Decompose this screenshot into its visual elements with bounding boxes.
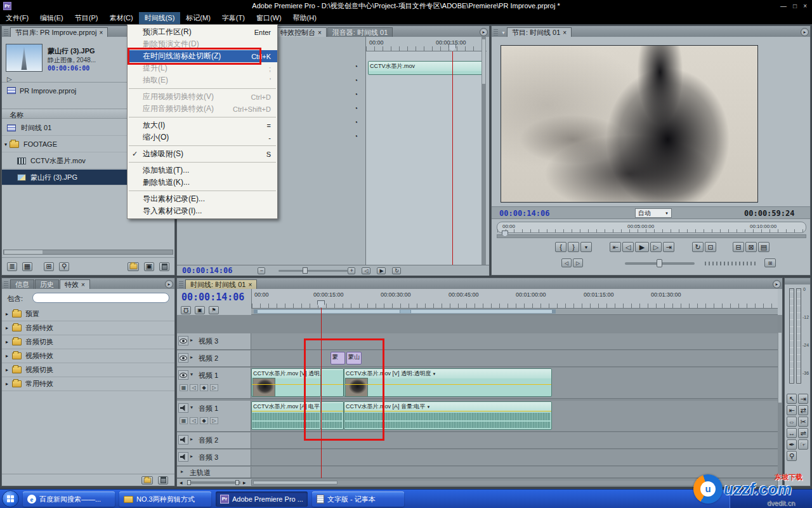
shuttle-slider[interactable]	[625, 262, 695, 265]
lift-icon[interactable]: ⊟	[733, 242, 744, 252]
zoom-slider[interactable]	[278, 270, 348, 272]
zoom-out-icon[interactable]: −	[258, 267, 265, 274]
menu-window[interactable]: 窗口(W)	[251, 12, 287, 24]
list-view-icon[interactable]: ≣	[7, 262, 17, 271]
menu-clip[interactable]: 素材(C)	[103, 12, 138, 24]
fx-dropdown-icon[interactable]: ▼	[427, 405, 431, 409]
menu-project[interactable]: 节目(P)	[69, 12, 104, 24]
program-ruler[interactable]: 00:00 00:05:00:00 00:10:00:00	[497, 222, 806, 233]
clip-v2-2[interactable]: 蒙山	[346, 352, 362, 364]
track-header-master[interactable]: ▸ 主轨道	[177, 467, 251, 478]
new-custom-bin-icon[interactable]	[141, 476, 153, 485]
trim-icon[interactable]: ⊞	[764, 258, 776, 267]
timeline-ruler[interactable]: 00:00 00:00:15:00 00:00:30:00 00:00:45:0…	[251, 289, 778, 309]
fx-dropdown-icon[interactable]: ▼	[433, 372, 436, 376]
zoom-out-icon[interactable]: ◂	[180, 479, 183, 486]
track-header-video-3[interactable]: ▸ 视频 3	[177, 333, 251, 350]
panel-menu-icon[interactable]: ▸	[165, 280, 173, 288]
tab-close-icon[interactable]: ×	[81, 281, 85, 288]
expand-closed-icon[interactable]: ▸	[6, 353, 8, 359]
zoom-in-icon[interactable]: +	[348, 267, 355, 274]
ripple-edit-tool-icon[interactable]: ⇤	[787, 405, 797, 415]
track-content-audio-2[interactable]	[251, 432, 778, 449]
loop-icon[interactable]: ↻	[692, 242, 704, 252]
program-scrollbar[interactable]	[497, 234, 806, 238]
panel-menu-icon[interactable]: ▸	[773, 280, 781, 288]
icon-view-icon[interactable]: ▦	[22, 262, 32, 271]
timeline-vscrollbar[interactable]	[778, 315, 782, 478]
track-content-video-2[interactable]: 蒙 蒙山	[251, 351, 778, 367]
panel-dropdown-icon[interactable]: ▼	[501, 30, 506, 35]
razor-tool-icon[interactable]: ✂	[798, 417, 808, 427]
play-icon[interactable]: ▶	[377, 267, 386, 274]
restore-icon[interactable]: □	[793, 3, 797, 10]
menu-item-zoom-out[interactable]: 缩小(O)-	[128, 131, 277, 144]
expand-open-icon[interactable]: ▾	[190, 371, 193, 377]
next-keyframe-icon[interactable]: ▷	[210, 384, 218, 391]
jog-disk[interactable]	[705, 262, 756, 265]
step-back-icon[interactable]: ◁	[362, 267, 370, 274]
clip-a1-segment-2[interactable]	[321, 401, 344, 430]
stopwatch-icon[interactable]: ◔	[354, 105, 358, 112]
program-current-timecode[interactable]: 00:00:14:06	[499, 209, 549, 218]
expand-closed-icon[interactable]: ▸	[6, 325, 8, 331]
expand-open-icon[interactable]: ▾	[190, 404, 193, 410]
stopwatch-icon[interactable]: ◔	[354, 77, 358, 84]
tab-close-icon[interactable]: ×	[318, 29, 322, 36]
track-mute-toggle[interactable]	[178, 403, 188, 413]
clip-v1-segment-3[interactable]: CCTV水墨片.mov [V] 透明:透明度▼	[344, 368, 552, 397]
rate-stretch-tool-icon[interactable]: ⇔	[787, 417, 797, 427]
clip-v1-segment-1[interactable]: CCTV水墨片.mov [V] 透明度▼	[251, 368, 321, 397]
menu-item-import-batch-list[interactable]: 导入素材记录(I)...	[128, 205, 277, 217]
track-content-audio-1[interactable]: CCTV水墨片.mov [A] 电平▼ CCTV水墨片.mov [A] 音量:电…	[251, 401, 778, 432]
track-output-toggle[interactable]	[178, 336, 188, 345]
zoom-in-icon[interactable]: ▸	[243, 479, 246, 486]
effect-controls-clip-bar[interactable]: CCTV水墨片.mov	[368, 61, 486, 75]
menu-item-razor-at-cti[interactable]: 在时间线游标处切断(Z)Ctrl+K	[128, 50, 277, 62]
effect-controls-vscrollbar[interactable]	[481, 37, 486, 265]
tab-timeline[interactable]: 时间线: 时间线 01×	[185, 279, 257, 289]
tab-history[interactable]: 历史	[35, 279, 59, 289]
panel-menu-icon[interactable]: ▸	[480, 28, 488, 36]
stopwatch-icon[interactable]: ◔	[354, 63, 358, 70]
add-keyframe-icon[interactable]: ◆	[200, 384, 208, 391]
track-header-video-1[interactable]: ▾ 视频 1 ▦ ◁ ◆ ▷	[177, 368, 251, 399]
effects-bin-video-effects[interactable]: ▸ 视频特效	[2, 349, 174, 363]
zoom-slider[interactable]	[187, 481, 240, 484]
menu-item-delete-tracks[interactable]: 删除轨道(K)...	[128, 177, 277, 189]
panel-grip[interactable]	[494, 29, 498, 36]
tab-effects[interactable]: 特效×	[60, 279, 90, 289]
panel-grip[interactable]	[4, 29, 8, 36]
track-mute-toggle[interactable]	[178, 452, 188, 462]
tab-close-icon[interactable]: ×	[99, 29, 103, 36]
step-back-icon[interactable]: ◁	[622, 242, 634, 252]
track-content-video-1[interactable]: CCTV水墨片.mov [V] 透明度▼ CCTV水墨片.mov [V] 透明:…	[251, 368, 778, 399]
menu-timeline[interactable]: 时间线(S)	[139, 12, 181, 24]
next-keyframe-icon[interactable]: ▷	[210, 417, 218, 424]
expand-closed-icon[interactable]: ▸	[181, 469, 183, 474]
taskbar-item-premiere[interactable]: Pr Adobe Premiere Pro ...	[216, 491, 308, 507]
panel-grip[interactable]	[4, 281, 8, 288]
menu-item-render-workarea[interactable]: 预演工作区(R)Enter	[128, 26, 277, 38]
clip-a1-segment-3[interactable]: CCTV水墨片.mov [A] 音量:电平▼	[344, 401, 552, 430]
stopwatch-icon[interactable]: ◔	[354, 91, 358, 98]
menu-edit[interactable]: 编辑(E)	[34, 12, 69, 24]
search-input[interactable]	[32, 293, 169, 303]
jog-right-icon[interactable]: ▷	[573, 258, 583, 267]
panel-grip[interactable]	[179, 281, 183, 288]
effects-bin-audio-effects[interactable]: ▸ 音频特效	[2, 321, 174, 335]
stopwatch-icon[interactable]: ◔	[354, 133, 358, 140]
effects-bin-favorites[interactable]: ▸ 常用特效	[2, 377, 174, 391]
go-to-out-icon[interactable]: ⇥	[663, 242, 674, 252]
tab-program[interactable]: 节目: 时间线 01×	[507, 27, 572, 37]
stopwatch-icon[interactable]: ◔	[354, 119, 358, 126]
effects-bin-video-transitions[interactable]: ▸ 视频切换	[2, 363, 174, 377]
play-icon[interactable]: ▶	[635, 242, 649, 252]
set-marker-icon[interactable]: ▼	[580, 242, 592, 252]
menu-title[interactable]: 字幕(T)	[216, 12, 251, 24]
slide-tool-icon[interactable]: ⇌	[798, 428, 808, 438]
taskbar-item-browser[interactable]: e 百度新闻搜索——...	[23, 491, 115, 507]
expand-closed-icon[interactable]: ▸	[6, 311, 8, 317]
prev-keyframe-icon[interactable]: ◁	[190, 417, 198, 424]
pen-tool-icon[interactable]: ✒	[787, 439, 797, 450]
